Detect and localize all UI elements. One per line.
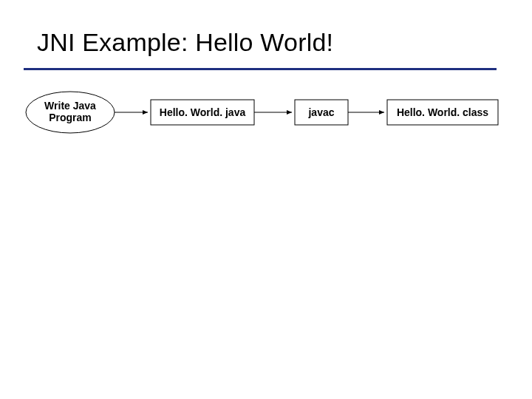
- step-write-java-program-label-1: Write Java: [44, 100, 96, 112]
- flow-diagram: Write Java Program Hello. World. java ja…: [0, 0, 532, 399]
- file-hello-world-java-label: Hello. World. java: [160, 106, 246, 118]
- slide: JNI Example: Hello World! Write Java Pro…: [0, 0, 532, 399]
- step-write-java-program-label-2: Program: [49, 112, 92, 123]
- tool-javac-label: javac: [307, 106, 334, 118]
- file-hello-world-class-label: Hello. World. class: [397, 106, 488, 118]
